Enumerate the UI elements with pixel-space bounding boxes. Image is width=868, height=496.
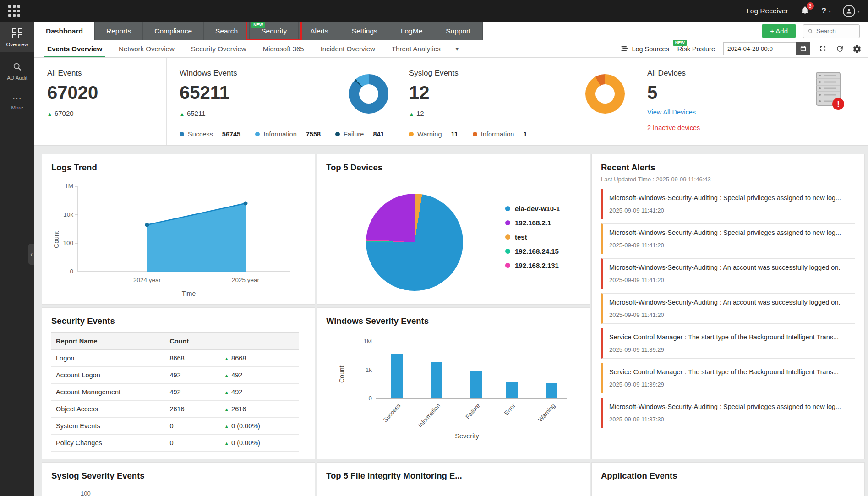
tab-security[interactable]: NEW Security (250, 22, 299, 40)
settings-gear-icon[interactable] (852, 44, 862, 54)
date-range-input[interactable] (723, 42, 796, 55)
calendar-button[interactable] (796, 42, 810, 55)
x-tick: Failure (464, 402, 481, 420)
legend-bullet (505, 206, 510, 211)
up-arrow-icon: ▲ (409, 111, 414, 117)
panel-title: Recent Alerts (601, 163, 855, 173)
topbar: Log Receiver 3 ? ▾ ▾ (0, 0, 868, 22)
up-arrow-icon: ▲ (180, 111, 185, 117)
alert-item[interactable]: Service Control Manager : The start type… (601, 328, 855, 359)
product-menu[interactable]: Log Receiver (746, 7, 788, 15)
y-tick: 1M (352, 338, 372, 345)
panel-logs-trend: Logs Trend 1M 10k 100 0 2024 year (42, 154, 315, 305)
more-dashboards-dropdown[interactable]: ▾ (449, 40, 465, 57)
x-tick: 2024 year (133, 277, 161, 283)
sidebar-collapse-handle[interactable]: ‹ (28, 244, 34, 265)
tab-search[interactable]: Search (204, 22, 250, 40)
chevron-down-icon: ▾ (456, 46, 459, 52)
dashboard-content: Logs Trend 1M 10k 100 0 2024 year (34, 146, 868, 496)
add-button[interactable]: + Add (762, 24, 796, 38)
panel-application-events: Application Events (591, 462, 865, 496)
windows-severity-chart: Count 1M 1k 0 Success Information Failur… (326, 332, 580, 448)
inactive-devices-link[interactable]: 2 Inactive devices (647, 124, 868, 131)
up-arrow-icon: ▲ (224, 356, 229, 361)
bar-success (391, 354, 403, 398)
up-arrow-icon: ▲ (224, 441, 229, 446)
new-badge: NEW (673, 40, 687, 46)
legend-item[interactable]: 192.168.2.131 (505, 262, 560, 269)
alert-item[interactable]: Microsoft-Windows-Security-Auditing : An… (601, 258, 855, 289)
risk-posture-button[interactable]: NEW Risk Posture (677, 45, 715, 53)
sidebar-item-overview[interactable]: Overview (0, 22, 34, 52)
notification-count-badge: 3 (807, 2, 814, 10)
up-arrow-icon: ▲ (47, 111, 52, 117)
table-row[interactable]: Account Logon 492 ▲492 (51, 367, 299, 384)
alert-item[interactable]: Service Control Manager : The start type… (601, 363, 855, 393)
alert-item[interactable]: Microsoft-Windows-Security-Auditing : Sp… (601, 398, 855, 428)
tab-alerts[interactable]: Alerts (299, 22, 340, 40)
alert-item[interactable]: Microsoft-Windows-Security-Auditing : An… (601, 293, 855, 324)
bar-failure (470, 371, 482, 398)
x-tick: Error (503, 402, 517, 417)
apps-grid-icon[interactable] (8, 5, 20, 17)
panel-file-integrity: Top 5 File Integrity Monitoring E... (317, 462, 590, 496)
magnifier-icon (12, 62, 22, 72)
column-header: Count (165, 333, 219, 350)
search-box[interactable] (803, 24, 860, 38)
help-icon: ? (822, 6, 826, 16)
table-row[interactable]: Account Management 492 ▲492 (51, 384, 299, 401)
dashboard-subnav: Events Overview Network Overview Securit… (34, 40, 868, 58)
subtab-microsoft-365[interactable]: Microsoft 365 (255, 40, 312, 57)
user-menu[interactable]: ▾ (843, 5, 860, 17)
stat-title: All Events (47, 69, 166, 78)
x-tick: Success (382, 402, 402, 424)
tab-settings[interactable]: Settings (340, 22, 389, 40)
legend-item[interactable]: 192.168.2.1 (505, 219, 560, 227)
legend-item[interactable]: ela-dev-w10-1 (505, 205, 560, 213)
sidebar-item-label: AD Audit (7, 75, 27, 81)
sidebar-item-label: More (11, 105, 23, 110)
log-sources-icon (621, 45, 628, 53)
y-axis-label: Count (338, 366, 345, 383)
fullscreen-icon[interactable] (819, 44, 827, 53)
table-row[interactable]: Object Access 2616 ▲2616 (51, 401, 299, 418)
table-row[interactable]: Policy Changes 0 ▲0 (0.00%) (51, 435, 299, 452)
sidebar-item-label: Overview (6, 42, 28, 47)
notification-bell-icon[interactable]: 3 (800, 5, 810, 17)
panel-title: Security Events (51, 316, 306, 326)
subtab-incident-overview[interactable]: Incident Overview (312, 40, 383, 57)
tab-dashboard[interactable]: Dashboard (34, 22, 95, 40)
search-input[interactable] (816, 27, 855, 34)
table-row[interactable]: System Events 0 ▲0 (0.00%) (51, 418, 299, 435)
refresh-icon[interactable] (835, 44, 844, 53)
x-axis (376, 398, 567, 399)
sidebar-item-ad-audit[interactable]: AD Audit (0, 56, 34, 86)
legend-bullet (473, 132, 477, 136)
alert-item[interactable]: Microsoft-Windows-Security-Auditing : Sp… (601, 189, 855, 219)
windows-events-legend: Success 56745 Information 7558 Failure 8… (180, 131, 384, 138)
log-sources-button[interactable]: Log Sources (621, 45, 669, 53)
sidebar-item-more[interactable]: ⋯ More (0, 89, 34, 115)
legend-bullet (505, 234, 510, 240)
up-arrow-icon: ▲ (224, 407, 229, 412)
subtab-events-overview[interactable]: Events Overview (39, 40, 110, 57)
alert-item[interactable]: Microsoft-Windows-Security-Auditing : Sp… (601, 223, 855, 254)
subtab-threat-analytics[interactable]: Threat Analytics (383, 40, 449, 57)
legend-item[interactable]: test (505, 233, 560, 241)
subtab-network-overview[interactable]: Network Overview (110, 40, 183, 57)
tab-reports[interactable]: Reports (95, 22, 143, 40)
stat-delta: ▲67020 (47, 109, 166, 117)
table-row[interactable]: Logon 8668 ▲8668 (51, 350, 299, 367)
tab-logme[interactable]: LogMe (389, 22, 434, 40)
subtab-security-overview[interactable]: Security Overview (183, 40, 255, 57)
chevron-left-icon: ‹ (30, 251, 33, 258)
tab-support[interactable]: Support (434, 22, 482, 40)
primary-nav: Dashboard Reports Compliance Search NEW … (34, 22, 868, 40)
last-updated-time: Last Updated Time : 2025-09-09 11:46:43 (601, 176, 855, 183)
legend-bullet (505, 263, 510, 268)
legend-item[interactable]: 192.168.24.15 (505, 247, 560, 255)
y-tick: 1M (65, 183, 73, 190)
tab-compliance[interactable]: Compliance (143, 22, 204, 40)
help-menu[interactable]: ? ▾ (822, 6, 831, 16)
x-axis-label: Time (182, 290, 196, 297)
